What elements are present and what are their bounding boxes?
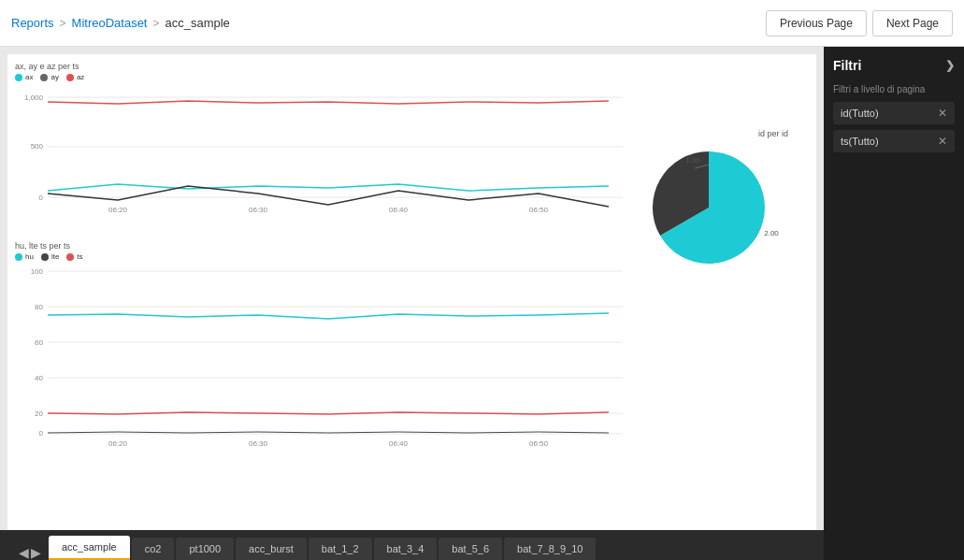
- content: ax, ay e az per ts ax ay az: [0, 47, 824, 560]
- legend-lte: lte: [41, 252, 59, 261]
- svg-text:06:50: 06:50: [529, 206, 549, 214]
- svg-text:06:40: 06:40: [389, 206, 409, 214]
- pie-chart-title: id per id: [639, 129, 788, 138]
- breadcrumb: Reports > MitreoDataset > acc_sample: [11, 16, 230, 30]
- svg-text:0: 0: [39, 429, 44, 438]
- bottom-chart-title: hu, lte ts per ts: [15, 241, 613, 251]
- tab-bat-3-4[interactable]: bat_3_4: [374, 538, 438, 560]
- tab-bat-5-6[interactable]: bat_5_6: [439, 538, 502, 560]
- pie-chart-svg: 1.00 2.00: [639, 142, 788, 273]
- svg-text:06:30: 06:30: [249, 439, 268, 448]
- tab-bat-7-8-9-10[interactable]: bat_7_8_9_10: [504, 538, 596, 560]
- svg-text:06:30: 06:30: [249, 206, 268, 214]
- tab-acc-sample[interactable]: acc_sample: [49, 536, 130, 560]
- previous-page-button[interactable]: Previous Page: [766, 10, 867, 36]
- tab-co2[interactable]: co2: [132, 538, 175, 560]
- svg-text:20: 20: [35, 409, 43, 418]
- legend-ax: ax: [15, 73, 33, 81]
- filter-id: id(Tutto) ✕: [833, 102, 955, 124]
- svg-text:1.00: 1.00: [685, 156, 700, 165]
- sidebar: Filtri ❯ Filtri a livello di pagina id(T…: [824, 47, 964, 560]
- breadcrumb-reports[interactable]: Reports: [11, 16, 54, 30]
- legend-ts-label: ts: [77, 252, 82, 261]
- sidebar-title-label: Filtri: [833, 58, 861, 73]
- filter-id-label: id(Tutto): [841, 108, 879, 119]
- svg-text:40: 40: [35, 374, 43, 382]
- legend-lte-dot: [41, 253, 49, 261]
- top-chart-legend: ax ay az: [15, 73, 613, 81]
- tabs-nav[interactable]: ◀ ▶: [19, 545, 41, 560]
- svg-text:60: 60: [35, 338, 43, 347]
- header: Reports > MitreoDataset > acc_sample Pre…: [0, 0, 964, 47]
- legend-hu-label: hu: [25, 252, 34, 261]
- svg-text:1,000: 1,000: [24, 93, 44, 102]
- filter-id-close-icon[interactable]: ✕: [938, 107, 947, 120]
- svg-text:06:40: 06:40: [389, 439, 409, 448]
- tab-acc-burst[interactable]: acc_burst: [236, 538, 307, 560]
- legend-ts: ts: [66, 252, 82, 261]
- legend-az-dot: [66, 74, 74, 81]
- breadcrumb-dataset[interactable]: MitreoDataset: [72, 16, 148, 30]
- svg-text:06:50: 06:50: [529, 439, 549, 448]
- legend-hu: hu: [15, 252, 34, 261]
- filter-ts-label: ts(Tutto): [841, 136, 879, 147]
- pie-chart-area: id per id 1.00 2.00: [639, 129, 788, 279]
- legend-hu-dot: [15, 253, 22, 261]
- breadcrumb-current: acc_sample: [165, 16, 229, 30]
- breadcrumb-sep2: >: [152, 17, 159, 30]
- legend-az: az: [66, 73, 84, 81]
- sidebar-section-label: Filtri a livello di pagina: [833, 84, 955, 94]
- legend-az-label: az: [77, 73, 84, 81]
- tab-pt1000[interactable]: pt1000: [176, 538, 234, 560]
- svg-text:06:20: 06:20: [108, 439, 128, 448]
- legend-ax-label: ax: [25, 73, 33, 81]
- svg-text:06:20: 06:20: [108, 206, 128, 214]
- next-page-button[interactable]: Next Page: [872, 10, 953, 36]
- main-area: ax, ay e az per ts ax ay az: [0, 47, 964, 560]
- legend-ay: ay: [40, 73, 58, 81]
- canvas-area: ax, ay e az per ts ax ay az: [7, 54, 816, 530]
- svg-text:2.00: 2.00: [764, 229, 779, 237]
- tab-nav-right[interactable]: ▶: [31, 545, 41, 560]
- bottom-chart-legend: hu lte ts: [15, 252, 613, 261]
- top-chart-svg: 1,000 500 0 06:20 06:30 06:40: [15, 83, 613, 219]
- breadcrumb-sep1: >: [60, 17, 66, 30]
- filter-ts-close-icon[interactable]: ✕: [938, 135, 947, 148]
- tabs-bar: ◀ ▶ acc_sample co2 pt1000 acc_burst bat_…: [0, 530, 824, 560]
- filter-ts: ts(Tutto) ✕: [833, 130, 955, 152]
- bottom-chart-svg: 100 80 60 40 20 0: [15, 263, 613, 450]
- sidebar-chevron-icon[interactable]: ❯: [945, 59, 955, 72]
- legend-ay-dot: [40, 74, 48, 81]
- svg-text:500: 500: [31, 142, 44, 151]
- header-buttons: Previous Page Next Page: [766, 10, 953, 36]
- svg-text:0: 0: [39, 194, 44, 202]
- tab-bat-1-2[interactable]: bat_1_2: [309, 538, 372, 560]
- legend-ts-dot: [66, 253, 74, 261]
- top-chart-title: ax, ay e az per ts: [15, 62, 613, 71]
- tab-nav-left[interactable]: ◀: [19, 545, 29, 560]
- svg-text:80: 80: [35, 303, 43, 311]
- svg-text:100: 100: [31, 267, 44, 276]
- legend-ay-label: ay: [50, 73, 58, 81]
- sidebar-title: Filtri ❯: [833, 58, 955, 73]
- top-chart-section: ax, ay e az per ts ax ay az: [15, 62, 613, 223]
- legend-lte-label: lte: [51, 252, 59, 261]
- bottom-chart-section: hu, lte ts per ts hu lte ts: [15, 241, 613, 453]
- legend-ax-dot: [15, 74, 22, 81]
